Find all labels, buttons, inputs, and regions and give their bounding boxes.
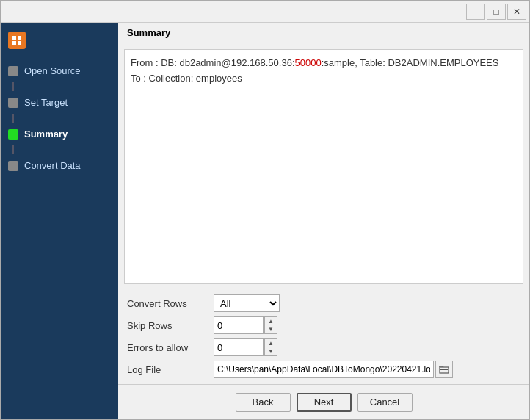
convert-rows-select[interactable]: All First N Custom [214,294,280,312]
errors-spinner: ▲ ▼ [214,338,277,356]
main-content: Open Source Set Target Summary [1,23,529,419]
cancel-button[interactable]: Cancel [357,393,413,412]
title-bar: — □ ✕ [1,1,529,23]
bottom-bar: Back Next Cancel [118,384,529,419]
maximize-button[interactable]: □ [487,4,506,20]
nav-connector-1 [12,82,14,91]
to-line: To : Collection: employees [131,71,517,87]
right-panel: Summary From : DB: db2admin@192.168.50.3… [118,23,529,419]
svg-rect-1 [18,36,21,40]
errors-buttons: ▲ ▼ [264,338,277,356]
close-button[interactable]: ✕ [507,4,526,20]
from-line: From : DB: db2admin@192.168.50.36:50000:… [131,56,517,71]
skip-rows-row: Skip Rows ▲ ▼ [127,316,520,334]
skip-rows-input[interactable] [214,316,264,334]
skip-rows-down[interactable]: ▼ [265,325,277,333]
nav-list: Open Source Set Target Summary [1,59,118,177]
log-file-control [214,361,453,378]
svg-rect-2 [12,41,16,45]
nav-connector-3 [12,145,14,154]
sidebar: Open Source Set Target Summary [1,23,118,419]
sidebar-item-set-target[interactable]: Set Target [1,91,118,114]
main-window: — □ ✕ [0,0,530,420]
skip-rows-label: Skip Rows [127,320,208,331]
convert-rows-label: Convert Rows [127,298,208,309]
panel-header: Summary [118,23,529,43]
sidebar-label-summary: Summary [24,128,68,140]
svg-rect-5 [440,369,448,370]
folder-icon [439,364,449,374]
sidebar-label-open-source: Open Source [24,65,81,76]
sidebar-label-set-target: Set Target [24,97,68,108]
sidebar-item-convert-data[interactable]: Convert Data [1,154,118,177]
nav-dot-open-source [8,66,18,76]
summary-area: From : DB: db2admin@192.168.50.36:50000:… [124,49,523,284]
svg-rect-3 [18,41,21,45]
log-file-row: Log File [127,361,520,378]
skip-rows-buttons: ▲ ▼ [264,316,277,334]
skip-rows-spinner: ▲ ▼ [214,316,277,334]
errors-input[interactable] [214,338,264,356]
log-file-input[interactable] [214,361,434,378]
sidebar-item-summary[interactable]: Summary [1,123,118,145]
form-section: Convert Rows All First N Custom Skip Row… [118,290,529,384]
nav-connector-2 [12,114,14,123]
minimize-button[interactable]: — [466,4,485,20]
sidebar-item-open-source[interactable]: Open Source [1,59,118,82]
skip-rows-up[interactable]: ▲ [265,317,277,325]
next-button[interactable]: Next [297,393,352,412]
nav-dot-convert-data [8,161,18,171]
log-file-browse-button[interactable] [435,361,453,378]
sidebar-label-convert-data: Convert Data [24,160,81,171]
back-button[interactable]: Back [236,393,291,412]
errors-row: Errors to allow ▲ ▼ [127,338,520,356]
convert-rows-row: Convert Rows All First N Custom [127,294,520,312]
window-controls: — □ ✕ [466,4,526,20]
svg-rect-0 [12,36,16,40]
errors-down[interactable]: ▼ [265,347,277,355]
app-icon [8,32,26,49]
port-highlight: 50000 [295,57,322,68]
log-file-label: Log File [127,364,208,375]
panel-title: Summary [127,27,170,38]
nav-dot-summary [8,129,18,140]
errors-up[interactable]: ▲ [265,339,277,347]
nav-dot-set-target [8,98,18,108]
errors-to-allow-label: Errors to allow [127,342,208,353]
